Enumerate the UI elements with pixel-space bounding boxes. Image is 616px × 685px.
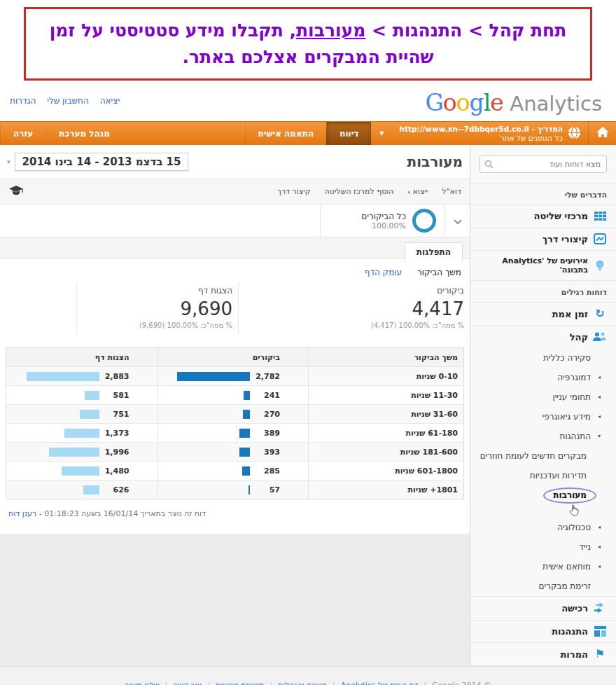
visits-cell: 57	[158, 480, 308, 499]
table-row: 181-600 שניות 393 1,996	[6, 442, 463, 461]
tutorial-cap-icon[interactable]	[8, 185, 24, 198]
analytics-home-link[interactable]: דף הבית של Analytics	[341, 681, 419, 685]
footer-separator: |	[207, 681, 210, 685]
footer-separator: |	[270, 681, 272, 685]
expanded-triangle-icon: ▾	[598, 433, 601, 439]
sidebar-item-overview[interactable]: סקירה כללית	[470, 348, 616, 368]
sidebar-item-interests[interactable]: ◂תחומי עניין	[470, 387, 616, 407]
column-header-visits[interactable]: ביקורים	[158, 348, 308, 366]
visits-cell: 241	[158, 386, 308, 404]
terms-link[interactable]: תנאים והגבלות	[278, 681, 327, 685]
sidebar-item-geo[interactable]: ◂מידע גיאוגרפי	[470, 407, 616, 427]
lightbulb-icon	[593, 259, 607, 272]
sidebar-item-conversions[interactable]: ⚑ המרות	[470, 643, 616, 666]
sidebar-sub-label: מידע גיאוגרפי	[542, 412, 591, 422]
logo-letter: G	[425, 89, 442, 116]
home-icon	[596, 127, 609, 140]
email-button[interactable]: דוא"ל	[442, 187, 461, 196]
account-selector[interactable]: המדריך - http://www.xn--7dbbqer5d.co.il …	[392, 122, 588, 145]
audience-people-icon	[593, 331, 607, 342]
pageviews-bar	[62, 466, 99, 476]
duration-bucket-label: 61-180 שניות	[308, 424, 463, 442]
sidebar-item-intelligence[interactable]: אירועים של 'Analytics בתבונה'	[470, 251, 616, 281]
tab-distribution[interactable]: התפלגות	[405, 242, 463, 262]
tab-reporting[interactable]: דיווח	[326, 122, 371, 145]
sidebar-item-shortcuts[interactable]: קיצורי דרך	[470, 228, 616, 251]
sidebar-item-custom[interactable]: ◂מותאם אישית	[470, 557, 616, 576]
date-range-selector[interactable]: 15 בדצמ 2013 - 14 בינו 2014	[15, 153, 189, 171]
visits-value: 241	[255, 391, 280, 400]
view-switcher: משך הביקור עומק הדף	[0, 258, 470, 279]
sidebar-item-new-vs-returning[interactable]: מבקרים חדשים לעומת חוזרים	[470, 446, 616, 466]
duration-bucket-label: 11-30 שניות	[308, 386, 463, 404]
feedback-link[interactable]: שלח משוב	[125, 681, 159, 685]
sidebar-item-realtime[interactable]: ↻ זמן אמת	[470, 303, 616, 326]
callout-prefix: תחת קהל > התנהגות >	[365, 20, 566, 41]
metric-subtext: % מסה"כ: 100.00% (4,417)	[244, 321, 464, 329]
visits-value: 57	[255, 485, 280, 494]
sidebar-sub-label: טכנולוגיה	[557, 523, 591, 532]
sidebar-item-label: זמן אמת	[552, 309, 588, 319]
tab-customization[interactable]: התאמה אישית	[245, 122, 326, 145]
navbar-spacer	[122, 122, 245, 145]
sidebar-item-acquisition[interactable]: רכישה	[470, 596, 616, 621]
sidebar-item-technology[interactable]: ◂טכנולוגיה	[470, 518, 616, 537]
metric-value: 9,690	[83, 298, 232, 319]
segment-all-visits[interactable]: כל הביקורים 100.00%	[320, 205, 444, 237]
settings-link[interactable]: הגדרות	[10, 96, 36, 106]
search-input[interactable]	[479, 155, 607, 173]
sign-out-link[interactable]: יציאה	[100, 96, 120, 106]
visits-value: 2,782	[255, 372, 280, 381]
segment-chevron-button[interactable]	[444, 205, 470, 237]
engagement-table: משך הביקור ביקורים הצגות דף 0-10 שניות 2…	[6, 347, 464, 499]
sidebar-item-engagement[interactable]: מעורבות	[470, 485, 616, 518]
report-generated-note: דוח זה נוצר בתאריך 16/01/14 בשעה 01:18:2…	[0, 499, 470, 534]
table-row: 1801+ שניות 57 626	[6, 480, 463, 499]
sidebar-item-demographics[interactable]: ◂דמוגרפיה	[470, 368, 616, 387]
conversions-flag-icon: ⚑	[593, 649, 607, 660]
refresh-report-link[interactable]: רענן דוח	[8, 509, 36, 518]
view-page-depth[interactable]: עומק הדף	[365, 268, 402, 277]
segment-donut-icon	[412, 209, 436, 233]
duration-bucket-label: 601-1800 שניות	[308, 462, 463, 480]
sidebar-item-audience[interactable]: קהל	[470, 326, 616, 348]
tab-help[interactable]: עזרה	[0, 122, 46, 145]
sidebar-sub-label: נייד	[579, 542, 591, 552]
sidebar-item-visitors-flow[interactable]: זרימת מבקרים	[470, 576, 616, 596]
privacy-link[interactable]: מדיניות פרטיות	[216, 681, 264, 685]
pageviews-bar	[80, 410, 99, 419]
copyright: © Google 2014	[432, 681, 491, 685]
shortcut-button[interactable]: קיצור דרך	[277, 187, 311, 196]
sidebar-item-behavior[interactable]: ▾התנהגות	[470, 427, 616, 446]
table-row: 0-10 שניות 2,782 2,883	[6, 366, 463, 385]
tab-admin[interactable]: מנהל מערכת	[46, 122, 122, 145]
account-links: הגדרות החשבון שלי יציאה	[10, 96, 120, 106]
collapsed-triangle-icon: ◂	[598, 394, 601, 400]
pageviews-value: 1,996	[104, 448, 130, 457]
sidebar-sub-label: מעורבות	[553, 490, 587, 500]
page-title: מעורבות	[407, 153, 463, 170]
logo-letter: g	[470, 89, 484, 116]
segment-text: כל הביקורים 100.00%	[361, 212, 406, 230]
date-range-widget: 15 בדצמ 2013 - 14 בינו 2014 ▾	[7, 153, 188, 171]
sidebar-item-dashboards[interactable]: מרכזי שליטה	[470, 205, 616, 228]
sidebar-item-behavior-group[interactable]: התנהגות	[470, 621, 616, 643]
my-account-link[interactable]: החשבון שלי	[47, 96, 88, 106]
home-button[interactable]	[588, 122, 616, 145]
export-caret-icon: ▾	[408, 190, 411, 195]
date-caret-icon[interactable]: ▾	[7, 158, 10, 165]
column-header-pageviews[interactable]: הצגות דף	[6, 348, 157, 366]
export-button[interactable]: ייצוא ▾	[408, 187, 428, 196]
shortcuts-icon	[593, 233, 607, 244]
contact-link[interactable]: צור קשר	[173, 681, 202, 685]
sidebar-item-mobile[interactable]: ◂נייד	[470, 537, 616, 557]
logo-letter: e	[490, 89, 503, 116]
sidebar-item-frequency-recency[interactable]: תדירות ועדכניות	[470, 466, 616, 485]
add-to-dashboard-button[interactable]: הוסף למרכז השליטה	[325, 187, 394, 196]
sidebar-item-label: התנהגות	[552, 626, 588, 637]
segment-row: כל הביקורים 100.00%	[0, 205, 470, 237]
realtime-icon: ↻	[593, 308, 607, 319]
account-caret[interactable]: ▼	[371, 122, 392, 145]
view-visit-duration[interactable]: משך הביקור	[417, 268, 461, 277]
column-header-duration[interactable]: משך הביקור	[308, 348, 463, 366]
